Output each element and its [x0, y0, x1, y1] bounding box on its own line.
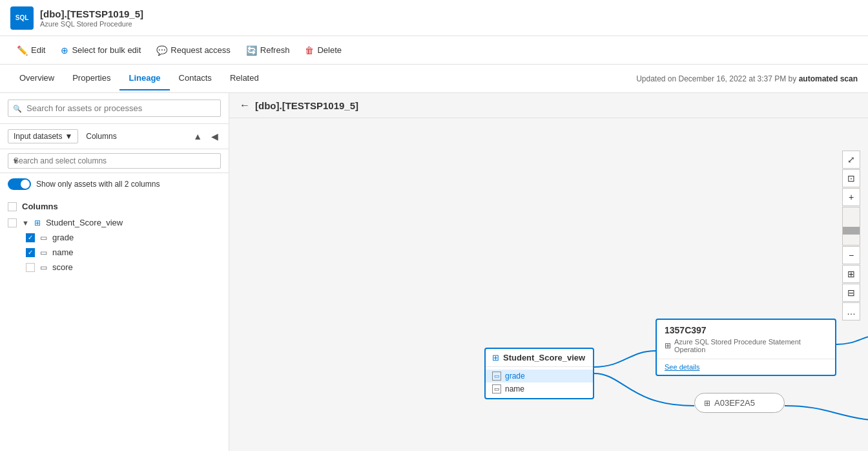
updated-text: Updated on December 16, 2022 at 3:37 PM …: [636, 74, 796, 83]
lineage-canvas: ← [dbo].[TESTSP1019_5]: [229, 93, 868, 451]
see-details-link[interactable]: See details: [665, 363, 827, 371]
columns-header-checkbox[interactable]: [8, 202, 17, 211]
zoom-controls: ⤢ ⊡ + − ⊞ ⊟ …: [842, 151, 860, 320]
canvas-back-button[interactable]: ←: [240, 100, 250, 111]
process-1357-subtitle: Azure SQL Stored Procedure Statement Ope…: [674, 338, 827, 353]
column-search-input[interactable]: [8, 153, 221, 169]
tabs-bar: Overview Properties Lineage Contacts Rel…: [0, 65, 868, 93]
edit-button[interactable]: ✏️ Edit: [10, 43, 52, 58]
panel-header-left: Input datasets ▼ Columns: [8, 129, 117, 143]
score-checkbox[interactable]: [26, 263, 35, 272]
page-title: [dbo].[TESTSP1019_5]: [40, 8, 143, 19]
page-subtitle: Azure SQL Stored Procedure: [40, 20, 143, 28]
field-score-icon: ▭: [40, 263, 47, 272]
expand-icon[interactable]: ▼: [22, 219, 29, 227]
field-name-name: name: [52, 247, 74, 257]
node-process-1357[interactable]: 1357C397 ⊞ Azure SQL Stored Procedure St…: [656, 319, 836, 376]
zoom-layout-button[interactable]: ⊞: [842, 265, 860, 283]
zoom-collapse-button[interactable]: ⊟: [842, 284, 860, 302]
input-datasets-dropdown[interactable]: Input datasets ▼: [8, 129, 78, 143]
canvas-title: [dbo].[TESTSP1019_5]: [255, 100, 358, 111]
plus-circle-icon: ⊕: [61, 45, 68, 56]
node-student-score-view-body: ▭ grade ▭ name: [486, 367, 593, 398]
col-filter-wrapper: ▼: [8, 153, 221, 169]
zoom-more-button[interactable]: …: [842, 302, 860, 320]
oval-a03-icon: ⊞: [704, 399, 710, 408]
node-student-score-view-icon: ⊞: [492, 353, 499, 362]
name-checkbox[interactable]: [26, 248, 35, 257]
refresh-icon: 🔄: [246, 45, 257, 56]
close-panel-button[interactable]: ◀: [209, 130, 221, 143]
updated-by: automated scan: [799, 74, 858, 83]
field-name-row: ▭ name: [0, 245, 229, 260]
node-field-name: ▭ name: [486, 383, 593, 395]
edit-label: Edit: [31, 45, 45, 55]
process-1357-sub: ⊞ Azure SQL Stored Procedure Statement O…: [665, 338, 827, 353]
refresh-button[interactable]: 🔄 Refresh: [240, 43, 296, 58]
field-grade-name: grade: [52, 233, 74, 242]
search-input[interactable]: [8, 100, 221, 117]
tab-related[interactable]: Related: [221, 67, 268, 90]
field-grade-row: ▭ grade: [0, 230, 229, 245]
columns-header-row: Columns: [0, 198, 229, 215]
canvas-header: ← [dbo].[TESTSP1019_5]: [229, 93, 868, 118]
columns-header-label: Columns: [22, 202, 58, 211]
process-1357-title: 1357C397: [665, 325, 827, 335]
collapse-button[interactable]: ▲: [191, 130, 205, 143]
process-1357-header: 1357C397 ⊞ Azure SQL Stored Procedure St…: [657, 320, 835, 359]
node-field-grade: ▭ grade: [486, 370, 593, 383]
chevron-down-icon: ▼: [65, 132, 72, 141]
header-icon: SQL: [10, 6, 34, 30]
field-name-icon: ▭: [40, 248, 47, 257]
column-list: Columns ▼ ⊞ Student_Score_view ▭ grade ▭…: [0, 195, 229, 451]
bulk-edit-button[interactable]: ⊕ Select for bulk edit: [54, 43, 147, 58]
node-student-score-view-title: Student_Score_view: [503, 353, 585, 362]
header-title-block: [dbo].[TESTSP1019_5] Azure SQL Stored Pr…: [40, 8, 143, 28]
chat-icon: 💬: [156, 45, 167, 56]
request-access-label: Request access: [170, 45, 231, 55]
group-checkbox[interactable]: [8, 218, 17, 227]
node-a03ef2a5[interactable]: ⊞ A03EF2A5: [694, 393, 785, 413]
group-name: Student_Score_view: [46, 218, 123, 227]
bulk-edit-label: Select for bulk edit: [72, 45, 141, 55]
name-field-name: name: [505, 384, 524, 393]
tab-contacts[interactable]: Contacts: [170, 67, 221, 90]
request-access-button[interactable]: 💬 Request access: [150, 43, 237, 58]
zoom-expand-button[interactable]: ⤢: [842, 151, 860, 169]
main-content: Input datasets ▼ Columns ▲ ◀ ▼ Show only…: [0, 93, 868, 451]
tab-properties[interactable]: Properties: [63, 67, 119, 90]
node-student-score-view-header: ⊞ Student_Score_view: [486, 349, 593, 367]
process-db-icon: ⊞: [665, 341, 671, 350]
delete-button[interactable]: 🗑 Delete: [298, 43, 348, 58]
delete-icon: 🗑: [305, 45, 314, 56]
refresh-label: Refresh: [260, 45, 290, 55]
field-grade-icon: ▭: [40, 233, 47, 242]
columns-label: Columns: [86, 132, 116, 141]
toolbar: ✏️ Edit ⊕ Select for bulk edit 💬 Request…: [0, 36, 868, 65]
field-score-row: ▭ score: [0, 260, 229, 275]
grade-checkbox[interactable]: [26, 233, 35, 242]
zoom-fit-button[interactable]: ⊡: [842, 169, 860, 187]
node-student-score-view[interactable]: ⊞ Student_Score_view ▭ grade ▭ name: [484, 348, 594, 399]
grade-field-icon: ▭: [492, 372, 501, 381]
edit-icon: ✏️: [17, 45, 28, 56]
canvas-area: ⊞ Student_Score_view ▭ grade ▭ name: [229, 118, 868, 448]
panel-header-right: ▲ ◀: [191, 130, 221, 143]
header-icon-label: SQL: [16, 14, 29, 21]
zoom-in-button[interactable]: +: [842, 188, 860, 206]
field-score-name: score: [52, 262, 73, 272]
delete-label: Delete: [317, 45, 342, 55]
tabs-list: Overview Properties Lineage Contacts Rel…: [10, 67, 268, 90]
toggle-row: Show only assets with all 2 columns: [0, 173, 229, 195]
tab-overview[interactable]: Overview: [10, 67, 63, 90]
show-only-toggle[interactable]: [8, 178, 31, 190]
left-panel: Input datasets ▼ Columns ▲ ◀ ▼ Show only…: [0, 93, 229, 451]
tab-lineage[interactable]: Lineage: [119, 67, 169, 90]
name-field-icon: ▭: [492, 384, 501, 393]
search-wrapper: [8, 100, 221, 117]
zoom-out-button[interactable]: −: [842, 246, 860, 264]
zoom-thumb[interactable]: [843, 227, 860, 235]
panel-header: Input datasets ▼ Columns ▲ ◀: [0, 124, 229, 149]
column-filter-bar: ▼: [0, 149, 229, 173]
asset-search-bar: [0, 93, 229, 124]
